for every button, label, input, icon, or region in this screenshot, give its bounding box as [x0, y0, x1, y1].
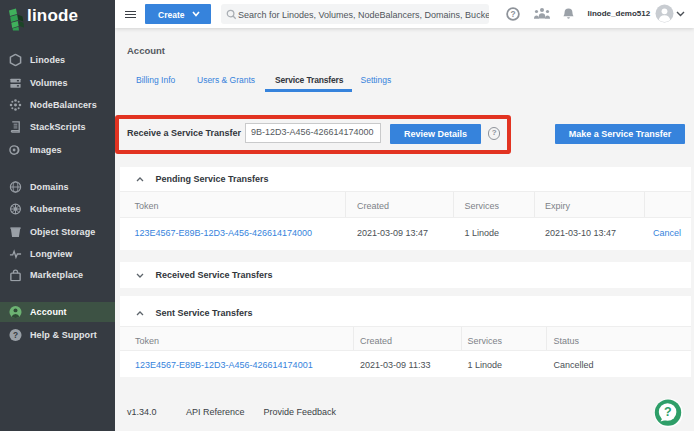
svg-text:?: ? [510, 9, 515, 19]
svg-text:?: ? [664, 405, 672, 419]
svg-text:?: ? [13, 330, 18, 340]
